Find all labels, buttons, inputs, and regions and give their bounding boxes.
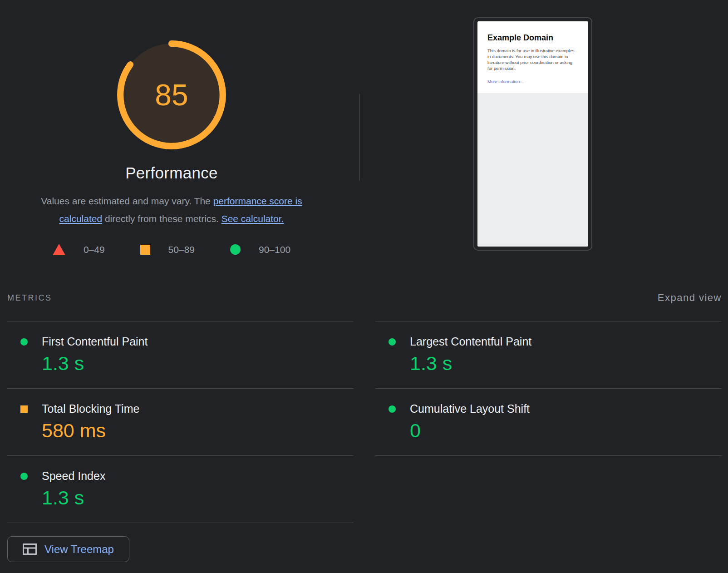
metric-total-blocking-time: Total Blocking Time 580 ms bbox=[7, 388, 354, 455]
metrics-section: METRICS Expand view First Contentful Pai… bbox=[0, 282, 728, 562]
disclaimer-text: Values are estimated and may vary. The bbox=[41, 196, 213, 206]
score-scale-legend: 0–49 50–89 90–100 bbox=[53, 244, 290, 255]
metrics-header: METRICS Expand view bbox=[7, 282, 722, 321]
legend-label: 0–49 bbox=[84, 244, 105, 255]
metric-label: Cumulative Layout Shift bbox=[410, 402, 530, 415]
metric-rating-icon bbox=[389, 338, 396, 346]
page-screenshot: Example Domain This domain is for use in… bbox=[477, 21, 588, 247]
screenshot-body: This domain is for use in illustrative e… bbox=[487, 48, 578, 71]
metrics-section-title: METRICS bbox=[7, 293, 52, 303]
legend-label: 90–100 bbox=[259, 244, 290, 255]
metric-value: 1.3 s bbox=[42, 352, 354, 375]
legend-item-fail: 0–49 bbox=[53, 244, 105, 255]
performance-score: 85 bbox=[116, 40, 227, 150]
metric-label: Largest Contentful Paint bbox=[410, 335, 531, 348]
metric-rating-icon bbox=[20, 338, 28, 346]
performance-summary: 85 Performance Values are estimated and … bbox=[0, 0, 728, 282]
score-disclaimer: Values are estimated and may vary. The p… bbox=[26, 192, 317, 227]
lighthouse-report: 85 Performance Values are estimated and … bbox=[0, 0, 728, 562]
metric-value: 1.3 s bbox=[410, 352, 722, 375]
metric-label: Speed Index bbox=[42, 469, 105, 483]
metric-rating-icon bbox=[389, 405, 396, 413]
good-circle-icon bbox=[230, 244, 241, 255]
disclaimer-text: directly from these metrics. bbox=[102, 213, 221, 224]
metric-rating-icon bbox=[20, 405, 28, 413]
screenshot-content: Example Domain This domain is for use in… bbox=[477, 21, 588, 93]
performance-gauge[interactable]: 85 bbox=[116, 40, 227, 150]
vertical-divider bbox=[359, 94, 360, 181]
fail-triangle-icon bbox=[53, 244, 65, 255]
category-title: Performance bbox=[125, 164, 218, 182]
expand-view-button[interactable]: Expand view bbox=[658, 292, 722, 304]
metric-largest-contentful-paint: Largest Contentful Paint 1.3 s bbox=[375, 321, 722, 388]
legend-label: 50–89 bbox=[168, 244, 195, 255]
see-calculator-link[interactable]: See calculator. bbox=[221, 213, 284, 224]
legend-item-good: 90–100 bbox=[230, 244, 290, 255]
view-treemap-label: View Treemap bbox=[44, 543, 114, 556]
metric-cumulative-layout-shift: Cumulative Layout Shift 0 bbox=[375, 388, 722, 456]
screenshot-more-info-link: More information... bbox=[487, 79, 523, 84]
metrics-column-right: Largest Contentful Paint 1.3 s Cumulativ… bbox=[375, 321, 722, 456]
score-column: 85 Performance Values are estimated and … bbox=[0, 0, 343, 255]
metric-value: 580 ms bbox=[42, 420, 354, 442]
metric-value: 0 bbox=[410, 420, 722, 442]
metric-label: Total Blocking Time bbox=[42, 402, 139, 415]
average-square-icon bbox=[140, 245, 150, 255]
final-screenshot-thumbnail: Example Domain This domain is for use in… bbox=[473, 17, 592, 251]
legend-item-average: 50–89 bbox=[140, 244, 195, 255]
screenshot-heading: Example Domain bbox=[487, 33, 578, 43]
screenshot-background bbox=[477, 93, 588, 247]
metrics-column-left: First Contentful Paint 1.3 s Total Block… bbox=[7, 321, 354, 523]
metrics-grid: First Contentful Paint 1.3 s Total Block… bbox=[7, 321, 722, 523]
metric-label: First Contentful Paint bbox=[42, 335, 148, 348]
treemap-icon bbox=[23, 543, 37, 555]
metric-first-contentful-paint: First Contentful Paint 1.3 s bbox=[7, 321, 354, 388]
metric-speed-index: Speed Index 1.3 s bbox=[7, 455, 354, 523]
view-treemap-button[interactable]: View Treemap bbox=[7, 536, 129, 562]
metric-rating-icon bbox=[20, 473, 28, 480]
metric-value: 1.3 s bbox=[42, 487, 354, 509]
